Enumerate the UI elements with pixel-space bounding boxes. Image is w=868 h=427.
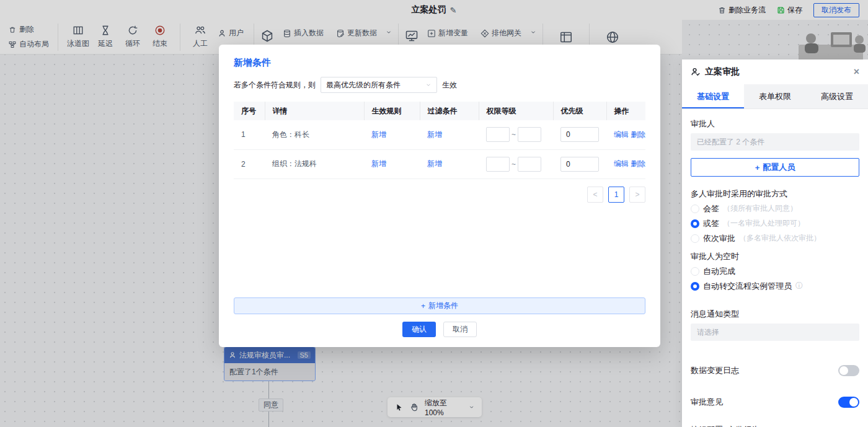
cell-no: 2 xyxy=(234,149,265,178)
effect-rule-add-link[interactable]: 新增 xyxy=(371,130,386,139)
perm-max-input[interactable] xyxy=(518,127,541,142)
option-name: 会签 xyxy=(703,203,719,214)
chevron-down-icon xyxy=(425,82,432,88)
multi-approve-label: 多人审批时采用的审批方式 xyxy=(691,188,859,200)
button-config-label: 按钮配置 /审批行为 xyxy=(691,424,859,427)
edit-row-link[interactable]: 编辑 xyxy=(614,159,629,168)
radio-icon xyxy=(691,219,699,228)
workflow-editor: 法规审核员审... S5 配置了1个条件 同意 缩放至 100% 立案处罚 ✎ xyxy=(0,0,868,427)
approver-label: 审批人 xyxy=(691,118,859,130)
toggle-knob xyxy=(849,398,858,407)
toggle-knob xyxy=(839,366,848,375)
pagination: < 1 > xyxy=(234,187,645,203)
rule-priority-select[interactable]: 最高优先级的所有条件 xyxy=(321,77,437,93)
opinion-toggle[interactable] xyxy=(838,397,859,408)
settings-tabs: 基础设置 表单权限 高级设置 xyxy=(682,84,868,109)
col-header-priority: 优先级 xyxy=(553,102,606,120)
tab-basic-settings[interactable]: 基础设置 xyxy=(682,84,744,108)
pagination-page-1[interactable]: 1 xyxy=(608,187,624,203)
approver-node-icon xyxy=(691,67,701,77)
cell-detail: 角色：科长 xyxy=(265,120,364,149)
col-header-effect-rule: 生效规则 xyxy=(364,102,420,120)
rule-select-value: 最高优先级的所有条件 xyxy=(326,80,401,90)
col-header-no: 序号 xyxy=(234,102,265,120)
add-condition-modal: 新增条件 若多个条件符合规则，则 最高优先级的所有条件 生效 序号 详情 生效规… xyxy=(219,45,660,347)
option-name: 依次审批 xyxy=(703,233,735,244)
radio-option-auto-complete[interactable]: 自动完成 xyxy=(691,265,859,277)
edit-row-link[interactable]: 编辑 xyxy=(614,130,629,139)
notify-type-label: 消息通知类型 xyxy=(691,308,859,320)
range-separator: ~ xyxy=(512,130,516,139)
option-name: 或签 xyxy=(703,218,719,229)
data-log-label: 数据变更日志 xyxy=(691,364,739,376)
option-name: 自动转交流程实例管理员 xyxy=(703,281,792,292)
option-desc: （须所有审批人同意） xyxy=(723,203,797,214)
data-log-toggle[interactable] xyxy=(838,365,859,376)
col-header-perm-level: 权限等级 xyxy=(479,102,553,120)
cancel-button[interactable]: 取消 xyxy=(443,322,477,337)
plus-icon: + xyxy=(421,302,425,310)
perm-min-input[interactable] xyxy=(486,127,510,142)
radio-icon xyxy=(691,267,699,276)
modal-title: 新增条件 xyxy=(234,57,645,69)
panel-title: 立案审批 xyxy=(705,66,740,77)
perm-min-input[interactable] xyxy=(486,157,510,172)
filter-add-link[interactable]: 新增 xyxy=(427,159,442,168)
close-icon[interactable]: × xyxy=(854,67,859,77)
empty-approver-label: 审批人为空时 xyxy=(691,250,859,262)
rule-prefix: 若多个条件符合规则，则 xyxy=(234,80,316,90)
node-settings-panel: 立案审批 × 基础设置 表单权限 高级设置 审批人 + 配置人员 多人审批时采用… xyxy=(682,59,868,427)
approver-summary-input[interactable] xyxy=(691,133,859,151)
perm-max-input[interactable] xyxy=(518,157,541,172)
option-desc: （一名审批人处理即可） xyxy=(723,218,805,229)
option-name: 自动完成 xyxy=(703,266,735,277)
configure-people-button[interactable]: + 配置人员 xyxy=(691,158,859,177)
plus-icon: + xyxy=(755,163,760,172)
radio-option-auto-transfer[interactable]: 自动转交流程实例管理员 ⓘ xyxy=(691,280,859,292)
table-row: 1 角色：科长 新增 新增 ~ 编辑 删除 xyxy=(234,120,645,149)
filter-add-link[interactable]: 新增 xyxy=(427,130,442,139)
configure-people-label: 配置人员 xyxy=(763,162,795,173)
pagination-prev-button[interactable]: < xyxy=(587,187,603,203)
col-header-actions: 操作 xyxy=(606,102,645,120)
cell-no: 1 xyxy=(234,120,265,149)
conditions-table: 序号 详情 生效规则 过滤条件 权限等级 优先级 操作 1 角色：科长 新增 新… xyxy=(234,102,645,179)
range-separator: ~ xyxy=(512,160,516,169)
info-icon[interactable]: ⓘ xyxy=(795,281,803,291)
col-header-detail: 详情 xyxy=(265,102,364,120)
priority-input[interactable] xyxy=(560,127,599,142)
radio-option-sequential[interactable]: 依次审批 （多名审批人依次审批） xyxy=(691,232,859,244)
radio-icon xyxy=(691,282,699,291)
rule-suffix: 生效 xyxy=(442,80,457,90)
option-desc: （多名审批人依次审批） xyxy=(739,233,821,244)
delete-row-link[interactable]: 删除 xyxy=(631,130,645,139)
radio-option-orsign[interactable]: 或签 （一名审批人处理即可） xyxy=(691,218,859,229)
tab-form-permissions[interactable]: 表单权限 xyxy=(744,84,806,108)
notify-type-select[interactable] xyxy=(691,324,859,341)
table-row: 2 组织：法规科 新增 新增 ~ 编辑 删除 xyxy=(234,149,645,178)
radio-icon xyxy=(691,205,699,213)
priority-input[interactable] xyxy=(560,157,599,172)
confirm-button[interactable]: 确认 xyxy=(402,322,436,337)
cell-detail: 组织：法规科 xyxy=(265,149,364,178)
radio-icon xyxy=(691,234,699,243)
delete-row-link[interactable]: 删除 xyxy=(631,159,645,168)
col-header-filter: 过滤条件 xyxy=(420,102,479,120)
opinion-label: 审批意见 xyxy=(691,396,723,408)
radio-option-countersign[interactable]: 会签 （须所有审批人同意） xyxy=(691,203,859,214)
add-condition-button[interactable]: + 新增条件 xyxy=(234,297,645,314)
tab-advanced-settings[interactable]: 高级设置 xyxy=(806,84,868,108)
add-condition-label: 新增条件 xyxy=(428,301,458,311)
effect-rule-add-link[interactable]: 新增 xyxy=(371,159,386,168)
pagination-next-button[interactable]: > xyxy=(629,187,645,203)
